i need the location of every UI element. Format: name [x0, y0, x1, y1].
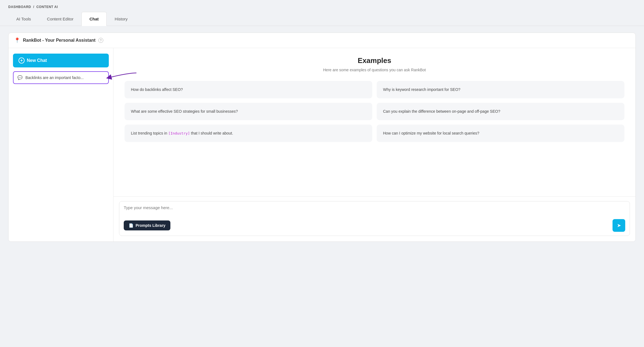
tab-chat[interactable]: Chat [81, 12, 107, 26]
example-card-6[interactable]: How can I optimize my website for local … [377, 125, 624, 142]
panel-title: RankBot - Your Personal Assistant [23, 38, 96, 43]
prompts-library-button[interactable]: 📄 Prompts Library [124, 220, 170, 230]
example-card-1[interactable]: How do backlinks affect SEO? [125, 81, 372, 98]
example-card-3[interactable]: What are some effective SEO strategies f… [125, 103, 372, 120]
examples-subtitle: Here are some examples of questions you … [125, 68, 624, 72]
example-card-2[interactable]: Why is keyword research important for SE… [377, 81, 624, 98]
examples-area: Examples Here are some examples of quest… [114, 48, 635, 196]
chat-content: Examples Here are some examples of quest… [114, 48, 635, 241]
tab-history[interactable]: History [107, 12, 136, 26]
tabs-bar: AI Tools Content Editor Chat History [0, 12, 644, 26]
example-card-5-text-after: that I should write about. [190, 131, 233, 135]
chat-history-text: Backlinks are an important facto... [25, 75, 84, 80]
panel-header: 📍 RankBot - Your Personal Assistant ? [9, 33, 635, 48]
example-card-1-text: How do backlinks affect SEO? [131, 87, 183, 92]
tab-content-editor[interactable]: Content Editor [39, 12, 81, 26]
example-card-2-text: Why is keyword research important for SE… [383, 87, 460, 92]
example-card-4[interactable]: Can you explain the difference between o… [377, 103, 624, 120]
examples-title: Examples [125, 56, 624, 65]
new-chat-button[interactable]: + New Chat [13, 54, 109, 67]
rankbot-icon: 📍 [14, 37, 20, 43]
example-card-5-highlight: [Industry] [168, 131, 190, 135]
help-icon[interactable]: ? [98, 38, 103, 43]
panel-body: + New Chat 💬 Backlinks are an important … [9, 48, 635, 241]
breadcrumb: DASHBOARD / CONTENT AI [0, 0, 644, 12]
chat-input[interactable] [124, 205, 625, 215]
example-card-6-text: How can I optimize my website for local … [383, 131, 479, 135]
chat-input-footer: 📄 Prompts Library ➤ [124, 219, 625, 232]
prompts-library-icon: 📄 [129, 223, 133, 228]
examples-grid: How do backlinks affect SEO? Why is keyw… [125, 81, 624, 142]
prompts-library-label: Prompts Library [136, 223, 165, 228]
example-card-5[interactable]: List trending topics in [Industry] that … [125, 125, 372, 142]
plus-icon: + [19, 57, 25, 64]
arrow-annotation [106, 71, 139, 85]
send-icon: ➤ [617, 222, 621, 228]
example-card-5-text-before: List trending topics in [131, 131, 168, 135]
panel: 📍 RankBot - Your Personal Assistant ? + … [8, 33, 636, 242]
new-chat-label: New Chat [27, 58, 47, 63]
main-content: 📍 RankBot - Your Personal Assistant ? + … [0, 26, 644, 248]
chat-history-item[interactable]: 💬 Backlinks are an important facto... [13, 71, 109, 84]
chat-item-icon: 💬 [17, 75, 23, 80]
chat-input-wrapper: 📄 Prompts Library ➤ [119, 201, 630, 236]
example-card-4-text: Can you explain the difference between o… [383, 109, 500, 114]
chat-input-area: 📄 Prompts Library ➤ [114, 196, 635, 241]
send-button[interactable]: ➤ [613, 219, 625, 232]
sidebar: + New Chat 💬 Backlinks are an important … [9, 48, 114, 241]
example-card-3-text: What are some effective SEO strategies f… [131, 109, 238, 114]
tab-ai-tools[interactable]: AI Tools [8, 12, 39, 26]
